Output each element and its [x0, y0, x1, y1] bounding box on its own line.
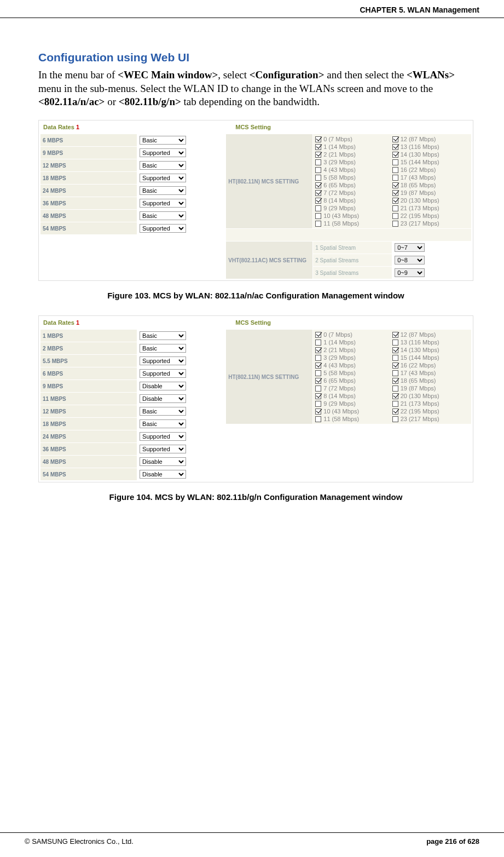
rate-select[interactable]: Disable — [140, 457, 186, 466]
mcs-checkbox[interactable] — [315, 378, 321, 384]
mcs-checkbox[interactable] — [315, 416, 321, 422]
rate-select[interactable]: Basic — [140, 331, 186, 340]
rate-select[interactable]: Supported — [140, 224, 186, 233]
rate-select[interactable]: Basic — [140, 407, 186, 416]
mcs-item: 22 (195 Mbps) — [392, 212, 469, 220]
rate-label: 9 MBPS — [40, 380, 137, 393]
rate-select[interactable]: Disable — [140, 382, 186, 390]
spatial-2-label: 2 Spatial Streams — [313, 254, 392, 267]
rate-select[interactable]: Basic — [140, 161, 186, 170]
mcs-checkbox[interactable] — [392, 363, 398, 369]
mcs-checkbox[interactable] — [392, 347, 398, 353]
mcs-checkbox[interactable] — [392, 190, 398, 196]
mcs-label: 14 (130 Mbps) — [401, 151, 439, 158]
rate-select[interactable]: Basic — [140, 419, 186, 428]
mcs-checkbox[interactable] — [315, 152, 321, 158]
mcs-label: 0 (7 Mbps) — [323, 136, 352, 142]
rate-label: 12 MBPS — [40, 405, 137, 418]
mcs-label: 7 (72 Mbps) — [323, 189, 356, 196]
mcs-checkbox[interactable] — [392, 221, 398, 227]
rate-label: 36 MBPS — [40, 443, 137, 456]
rate-select[interactable]: Supported — [140, 148, 186, 157]
rate-label: 54 MBPS — [40, 222, 137, 235]
figure-103: Data Rates 1 MCS Setting 6 MBPSBasic9 MB… — [38, 120, 473, 281]
mcs-checkbox[interactable] — [315, 167, 321, 173]
mcs-checkbox[interactable] — [392, 198, 398, 204]
mcs-item: 21 (173 Mbps) — [392, 400, 469, 407]
mcs-checkbox[interactable] — [392, 332, 398, 338]
mcs-checkbox[interactable] — [315, 136, 321, 142]
rate-select[interactable]: Basic — [140, 344, 186, 353]
mcs-checkbox[interactable] — [315, 340, 321, 346]
mcs-checkbox[interactable] — [315, 198, 321, 204]
mcs-checkbox[interactable] — [315, 182, 321, 188]
mcs-checkbox[interactable] — [315, 205, 321, 211]
mcs-item: 10 (43 Mbps) — [315, 407, 392, 415]
rate-select[interactable]: Basic — [140, 186, 186, 195]
rate-select[interactable]: Supported — [140, 199, 186, 208]
mcs-checkbox[interactable] — [315, 159, 321, 165]
mcs-checkbox[interactable] — [392, 144, 398, 150]
rate-select[interactable]: Supported — [140, 445, 186, 453]
mcs-checkbox[interactable] — [392, 393, 398, 399]
mcs-item: 23 (217 Mbps) — [392, 220, 469, 227]
mcs-item: 4 (43 Mbps) — [315, 361, 392, 369]
rate-select[interactable]: Supported — [140, 174, 186, 182]
mcs-checkbox[interactable] — [392, 182, 398, 188]
rate-select[interactable]: Basic — [140, 211, 186, 220]
mcs-checkbox[interactable] — [315, 175, 321, 181]
mcs-checkbox[interactable] — [392, 386, 398, 392]
rate-select[interactable]: Disable — [140, 394, 186, 403]
mcs-checkbox[interactable] — [315, 401, 321, 407]
mcs-checkbox[interactable] — [315, 221, 321, 227]
data-rates-table-104: 1 MBPSBasic2 MBPSBasic5.5 MBPSSupported6… — [40, 329, 225, 481]
mcs-checkbox[interactable] — [315, 370, 321, 376]
mcs-checkbox[interactable] — [315, 213, 321, 219]
mcs-checkbox[interactable] — [392, 401, 398, 407]
mcs-item: 1 (14 Mbps) — [315, 338, 392, 346]
mcs-checkbox[interactable] — [315, 190, 321, 196]
mcs-checkbox[interactable] — [392, 213, 398, 219]
mcs-checkbox[interactable] — [315, 347, 321, 353]
mcs-checkbox[interactable] — [315, 355, 321, 361]
rate-select[interactable]: Supported — [140, 356, 186, 365]
mcs-label: 23 (217 Mbps) — [401, 416, 439, 422]
rate-select[interactable]: Supported — [140, 369, 186, 378]
mcs-checkbox[interactable] — [392, 378, 398, 384]
mcs-checkbox[interactable] — [392, 355, 398, 361]
mcs-checkbox[interactable] — [392, 136, 398, 142]
mcs-checkbox[interactable] — [392, 205, 398, 211]
mcs-checkbox[interactable] — [315, 393, 321, 399]
rate-select[interactable]: Basic — [140, 136, 186, 145]
mcs-checkbox[interactable] — [315, 363, 321, 369]
mcs-checkbox[interactable] — [315, 332, 321, 338]
mcs-item: 8 (14 Mbps) — [315, 392, 392, 400]
mcs-label: 10 (43 Mbps) — [323, 408, 359, 415]
mcs-label: 16 (22 Mbps) — [401, 362, 436, 369]
mcs-checkbox[interactable] — [392, 340, 398, 346]
mcs-checkbox[interactable] — [392, 409, 398, 415]
rate-select[interactable]: Disable — [140, 470, 186, 479]
mcs-checkbox[interactable] — [392, 159, 398, 165]
rate-select[interactable]: Supported — [140, 432, 186, 441]
mcs-item: 22 (195 Mbps) — [392, 407, 469, 415]
mcs-checkbox[interactable] — [315, 409, 321, 415]
mcs-label: 1 (14 Mbps) — [323, 339, 356, 346]
rate-label: 24 MBPS — [40, 430, 137, 443]
mcs-checkbox[interactable] — [315, 144, 321, 150]
mcs-checkbox[interactable] — [392, 175, 398, 181]
mcs-checkbox[interactable] — [315, 386, 321, 392]
vht-stream-1-select[interactable]: 0~7 — [395, 243, 425, 252]
mcs-label: 8 (14 Mbps) — [323, 197, 356, 204]
mcs-checkbox[interactable] — [392, 152, 398, 158]
mcs-checkbox[interactable] — [392, 167, 398, 173]
mcs-checkbox[interactable] — [392, 370, 398, 376]
mcs-item: 9 (29 Mbps) — [315, 400, 392, 407]
mcs-setting-title-104: MCS Setting — [232, 317, 472, 329]
mcs-item: 7 (72 Mbps) — [315, 189, 392, 197]
mcs-item: 14 (130 Mbps) — [392, 346, 469, 354]
mcs-checkbox[interactable] — [392, 416, 398, 422]
mcs-item: 20 (130 Mbps) — [392, 197, 469, 204]
vht-stream-3-select[interactable]: 0~9 — [395, 268, 425, 277]
vht-stream-2-select[interactable]: 0~8 — [395, 256, 425, 264]
